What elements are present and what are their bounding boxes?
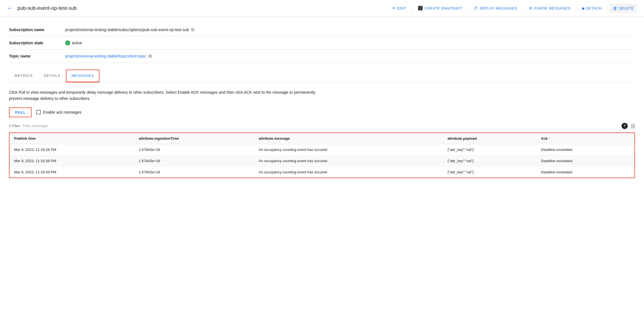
subscription-name-value-cell: projects/visionai-testing-stable/subscri… — [65, 23, 635, 36]
col-message: attribute.message — [254, 133, 443, 144]
divider-5 — [607, 5, 608, 12]
cell-ingestion-time: 1.67843e+18 — [134, 155, 254, 166]
toolbar: ← pub-sub-event-op-test-sub ✏ EDIT ⬛ CRE… — [0, 0, 644, 17]
table-row: Mar 9, 2023, 11:16:28 PM 1.67843e+18 An … — [10, 144, 634, 155]
tabs-section: METRICS DETAILS MESSAGES — [9, 70, 635, 82]
cell-ack: Deadline exceeded — [536, 155, 634, 166]
info-table: Subscription name projects/visionai-test… — [9, 23, 635, 63]
messages-table-container: Publish time attribute.ingestionTime att… — [9, 132, 635, 178]
col-publish-time: Publish time — [10, 133, 134, 144]
filter-bar: ≡ Filter Filter messages ? ||| — [9, 123, 635, 131]
cell-ack: Deadline exceeded — [536, 166, 634, 178]
subscription-name-text: projects/visionai-testing-stable/subscri… — [65, 27, 189, 32]
cell-publish-time: Mar 9, 2023, 11:16:49 PM — [10, 166, 134, 178]
cell-message: An occupancy counting event has occured — [254, 155, 443, 166]
tab-metrics[interactable]: METRICS — [9, 70, 38, 82]
subscription-state-text: active — [72, 41, 82, 45]
topic-name-label: Topic name — [9, 50, 65, 63]
enable-ack-checkbox[interactable] — [36, 110, 41, 114]
purge-icon: ⊖ — [529, 6, 533, 11]
cell-payload: {"attr_key":"val"} — [443, 155, 536, 166]
copy-topic-name-icon[interactable]: ⧉ — [149, 54, 152, 59]
cell-message: An occupancy counting event has occured — [254, 166, 443, 178]
ack-checkbox-row: Enable ack messages — [36, 110, 81, 114]
replay-messages-button[interactable]: ⏱ REPLAY MESSAGES — [471, 4, 521, 13]
topic-name-text: projects/visionai-testing-stable/topics/… — [65, 54, 146, 58]
pull-row: PULL Enable ack messages — [9, 107, 635, 117]
cell-ack: Deadline exceeded — [536, 144, 634, 155]
enable-ack-label: Enable ack messages — [43, 110, 81, 114]
cell-ingestion-time: 1.67843e+18 — [134, 144, 254, 155]
col-ack: Ack ↑ — [536, 133, 634, 144]
topic-name-row: Topic name projects/visionai-testing-sta… — [9, 50, 635, 63]
cell-ingestion-time: 1.67843e+18 — [134, 166, 254, 178]
create-snapshot-label: CREATE SNAPSHOT — [424, 6, 462, 10]
filter-right: ? ||| — [622, 123, 635, 129]
subscription-state-value-cell: ✓ active — [65, 36, 635, 50]
subscription-name-value-container: projects/visionai-testing-stable/subscri… — [65, 27, 635, 32]
create-snapshot-button[interactable]: ⬛ CREATE SNAPSHOT — [414, 3, 466, 13]
columns-icon[interactable]: ||| — [631, 123, 635, 129]
edit-icon: ✏ — [392, 6, 396, 11]
table-header: Publish time attribute.ingestionTime att… — [10, 133, 634, 144]
edit-button[interactable]: ✏ EDIT — [389, 3, 410, 13]
cell-message: An occupancy counting event has occured — [254, 144, 443, 155]
delete-button[interactable]: 🗑 DELETE — [610, 4, 637, 13]
page-title: pub-sub-event-op-test-sub — [17, 5, 77, 11]
messages-table: Publish time attribute.ingestionTime att… — [10, 133, 634, 178]
status-dot: ✓ — [65, 40, 70, 45]
toolbar-actions: ✏ EDIT ⬛ CREATE SNAPSHOT ⏱ REPLAY MESSAG… — [389, 3, 637, 13]
filter-icon-label: ≡ Filter — [9, 124, 20, 128]
divider-2 — [468, 5, 468, 12]
cell-publish-time: Mar 9, 2023, 11:16:38 PM — [10, 155, 134, 166]
back-button[interactable]: ← — [7, 3, 15, 13]
detach-label: DETACH — [586, 6, 601, 10]
messages-content: Click Pull to view messages and temporar… — [0, 82, 644, 185]
subscription-state-label: Subscription state — [9, 36, 65, 50]
table-row: Mar 9, 2023, 11:16:38 PM 1.67843e+18 An … — [10, 155, 634, 166]
filter-icon: ≡ — [9, 124, 11, 128]
col-ingestion-time: attribute.ingestionTime — [134, 133, 254, 144]
subscription-name-row: Subscription name projects/visionai-test… — [9, 23, 635, 36]
table-body: Mar 9, 2023, 11:16:28 PM 1.67843e+18 An … — [10, 144, 634, 178]
cell-publish-time: Mar 9, 2023, 11:16:28 PM — [10, 144, 134, 155]
cell-payload: {"attr_key":"val"} — [443, 166, 536, 178]
divider-4 — [576, 5, 576, 12]
detach-button[interactable]: ■ DETACH — [579, 4, 605, 13]
replay-icon: ⏱ — [474, 6, 478, 11]
table-row: Mar 9, 2023, 11:16:49 PM 1.67843e+18 An … — [10, 166, 634, 178]
divider-3 — [523, 5, 523, 12]
subscription-name-label: Subscription name — [9, 23, 65, 36]
detach-icon: ■ — [582, 6, 585, 11]
divider-1 — [412, 5, 412, 12]
help-icon[interactable]: ? — [622, 123, 628, 129]
status-badge: ✓ active — [65, 40, 635, 45]
topic-name-link[interactable]: projects/visionai-testing-stable/topics/… — [65, 54, 635, 59]
description-text: Click Pull to view messages and temporar… — [9, 89, 318, 102]
info-section: Subscription name projects/visionai-test… — [0, 17, 644, 65]
tab-messages[interactable]: MESSAGES — [66, 70, 99, 82]
tabs-bar: METRICS DETAILS MESSAGES — [9, 70, 635, 82]
subscription-state-row: Subscription state ✓ active — [9, 36, 635, 50]
filter-label: Filter — [12, 124, 20, 128]
topic-name-value-cell: projects/visionai-testing-stable/topics/… — [65, 50, 635, 63]
col-payload: attribute.payload — [443, 133, 536, 144]
purge-messages-label: PURGE MESSAGES — [534, 6, 570, 10]
replay-messages-label: REPLAY MESSAGES — [479, 6, 517, 10]
back-icon: ← — [7, 4, 13, 12]
tab-details[interactable]: DETAILS — [38, 70, 66, 82]
edit-label: EDIT — [397, 6, 406, 10]
table-header-row: Publish time attribute.ingestionTime att… — [10, 133, 634, 144]
delete-label: DELETE — [619, 6, 634, 10]
filter-placeholder[interactable]: Filter messages — [22, 124, 48, 128]
copy-subscription-name-icon[interactable]: ⧉ — [191, 27, 194, 32]
camera-icon: ⬛ — [418, 6, 423, 11]
pull-button[interactable]: PULL — [9, 107, 32, 117]
sort-arrow-icon[interactable]: ↑ — [549, 136, 551, 140]
purge-messages-button[interactable]: ⊖ PURGE MESSAGES — [526, 3, 574, 13]
cell-payload: {"attr_key":"val"} — [443, 144, 536, 155]
trash-icon: 🗑 — [613, 6, 618, 11]
